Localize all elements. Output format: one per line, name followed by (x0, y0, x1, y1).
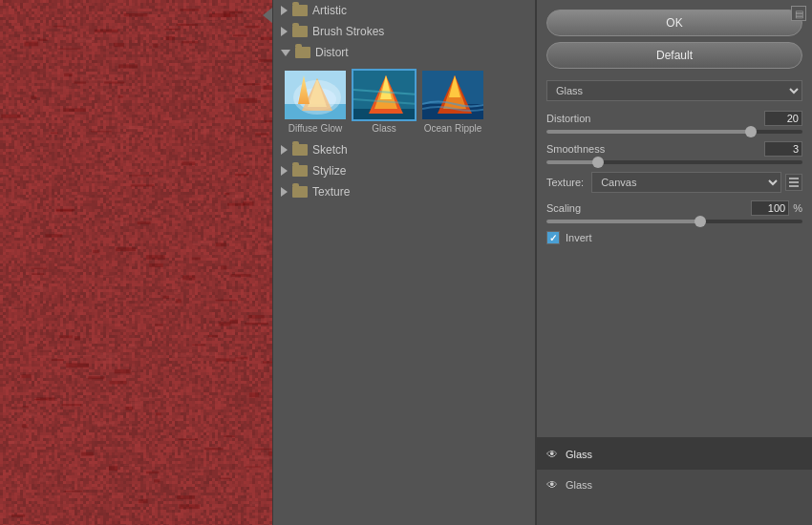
thumb-ocean-ripple[interactable]: Ocean Ripple (420, 69, 485, 134)
filter-panel: Artistic Brush Strokes Distort (272, 0, 535, 525)
smoothness-slider-fill (546, 160, 598, 164)
thumb-label-glass: Glass (372, 123, 396, 134)
scaling-param: Scaling % (546, 200, 802, 223)
collapse-icon-texture (281, 187, 288, 197)
texture-menu-icon[interactable] (785, 174, 802, 191)
distortion-label: Distortion (546, 113, 590, 124)
scaling-label: Scaling (546, 202, 581, 214)
smoothness-label: Smoothness (546, 143, 605, 155)
invert-checkbox[interactable]: ✓ (546, 231, 560, 244)
category-texture[interactable]: Texture (273, 181, 535, 202)
folder-icon-brush (292, 26, 308, 37)
folder-icon-texture (292, 186, 308, 198)
menu-line-2 (789, 181, 799, 183)
distortion-slider-fill (546, 130, 751, 134)
ok-button[interactable]: OK (546, 10, 802, 36)
settings-top: ▤ OK Default Glass Diffuse Glow Ocean Ri… (537, 0, 812, 439)
default-button[interactable]: Default (546, 42, 802, 69)
scaling-slider-track (546, 220, 802, 223)
smoothness-value[interactable] (764, 141, 802, 157)
eye-icon-1: 👁 (546, 448, 558, 461)
filter-select-row: Glass Diffuse Glow Ocean Ripple (546, 80, 802, 101)
smoothness-slider-track (546, 160, 802, 164)
scaling-slider-thumb[interactable] (694, 216, 706, 227)
invert-label: Invert (566, 232, 592, 243)
distortion-param: Distortion (546, 111, 802, 134)
filter-select[interactable]: Glass Diffuse Glow Ocean Ripple (546, 80, 802, 101)
collapse-icon-stylize (281, 166, 288, 176)
folder-icon-sketch (292, 144, 308, 156)
layer-eye-1[interactable]: 👁 (545, 447, 560, 462)
filter-thumbnails: Diffuse Glow Glass (273, 63, 535, 139)
thumb-img-ocean (420, 69, 485, 121)
category-label-artistic: Artistic (312, 4, 347, 17)
distortion-slider-thumb[interactable] (745, 126, 757, 137)
distortion-value[interactable] (764, 111, 802, 126)
settings-panel: ▤ OK Default Glass Diffuse Glow Ocean Ri… (535, 0, 812, 525)
category-label-brush: Brush Strokes (312, 25, 384, 38)
smoothness-slider-thumb[interactable] (592, 157, 604, 168)
preview-panel (0, 0, 272, 525)
expand-panel-icon[interactable]: ▤ (791, 6, 806, 21)
texture-select[interactable]: Canvas Burlap Sandstone Frosted (591, 172, 781, 193)
preview-canvas (0, 0, 272, 525)
layer-row-2[interactable]: 👁 Glass (537, 470, 812, 500)
collapse-icon-artistic (281, 6, 288, 15)
category-label-stylize: Stylize (312, 164, 346, 178)
distortion-slider-track (546, 130, 802, 134)
scaling-value[interactable] (751, 200, 789, 216)
thumb-label-ocean: Ocean Ripple (424, 123, 482, 134)
thumb-label-diffuse: Diffuse Glow (288, 123, 343, 134)
thumb-glass[interactable]: Glass (352, 69, 417, 134)
category-label-texture: Texture (312, 185, 350, 199)
thumb-img-diffuse (283, 69, 348, 121)
collapse-icon-sketch (281, 145, 288, 155)
category-brush-strokes[interactable]: Brush Strokes (273, 21, 535, 42)
texture-row: Texture: Canvas Burlap Sandstone Frosted (546, 172, 802, 193)
expand-icon-distort (281, 50, 290, 56)
scaling-slider-fill (546, 220, 700, 223)
category-label-distort: Distort (315, 46, 349, 59)
category-artistic[interactable]: Artistic (273, 0, 535, 21)
button-row: OK Default (546, 10, 802, 69)
invert-row: ✓ Invert (546, 231, 802, 244)
folder-icon-distort (295, 47, 310, 58)
category-label-sketch: Sketch (312, 143, 348, 157)
menu-line-3 (789, 185, 799, 187)
smoothness-param: Smoothness (546, 141, 802, 164)
collapse-icon-brush (281, 27, 288, 36)
checkmark-icon: ✓ (549, 233, 557, 243)
layer-row-1[interactable]: 👁 Glass (537, 439, 812, 470)
layer-name-2: Glass (566, 479, 804, 491)
category-sketch[interactable]: Sketch (273, 139, 535, 160)
layers-panel: 👁 Glass 👁 Glass (537, 439, 812, 525)
category-distort[interactable]: Distort (273, 42, 535, 63)
percent-label: % (793, 202, 802, 214)
menu-line-1 (789, 178, 799, 179)
layer-eye-2[interactable]: 👁 (545, 477, 560, 493)
folder-icon-artistic (292, 5, 308, 16)
texture-label: Texture: (546, 177, 584, 188)
layer-name-1: Glass (566, 449, 804, 460)
preview-arrow (263, 8, 272, 23)
thumb-img-glass (352, 69, 417, 121)
thumb-diffuse-glow[interactable]: Diffuse Glow (283, 69, 348, 134)
category-stylize[interactable]: Stylize (273, 160, 535, 181)
eye-icon-2: 👁 (546, 478, 558, 492)
svg-point-5 (293, 80, 341, 115)
folder-icon-stylize (292, 165, 308, 177)
